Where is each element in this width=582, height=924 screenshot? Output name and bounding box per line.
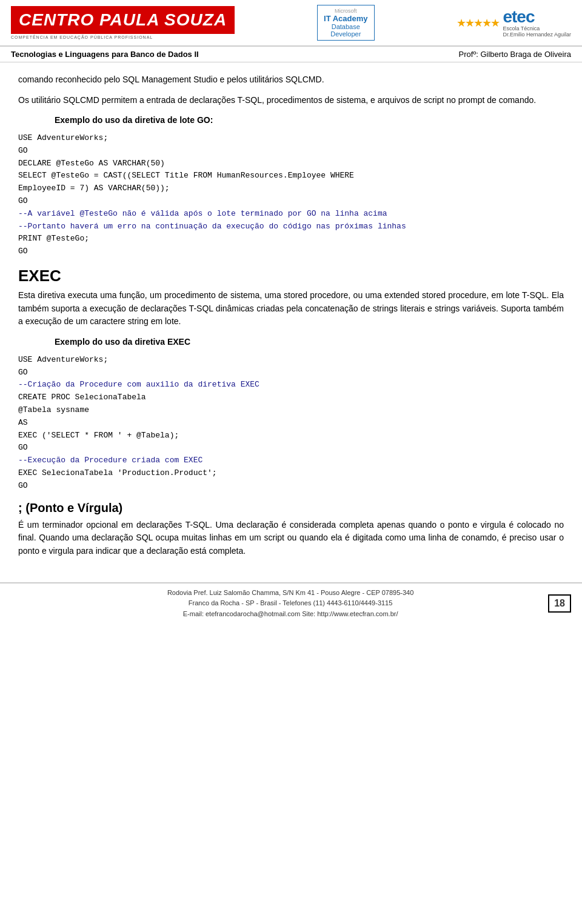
subheader-course: Tecnologias e Linguagens para Banco de D… bbox=[11, 50, 199, 59]
exec-para: Esta diretiva executa uma função, um pro… bbox=[18, 289, 564, 328]
footer-line1: Rodovia Pref. Luiz Salomão Chamma, S/N K… bbox=[33, 588, 548, 599]
cps-logo-text: CENTRO PAULA SOUZA bbox=[19, 10, 227, 29]
it-academy-label: IT Academy bbox=[324, 14, 368, 23]
code-block-go: USE AdventureWorks; GO DECLARE @TesteGo … bbox=[18, 132, 564, 258]
dev-label: Developer bbox=[324, 30, 368, 38]
subheader: Tecnologias e Linguagens para Banco de D… bbox=[0, 47, 582, 62]
cps-logo: CENTRO PAULA SOUZA bbox=[11, 6, 235, 34]
header-right: ★★★★★ etec Escola Técnica Dr.Emilio Hern… bbox=[457, 8, 571, 38]
cps-logo-subtitle: COMPETÊNCIA EM EDUCAÇÃO PÚBLICA PROFISSI… bbox=[11, 35, 153, 39]
etec-name: Dr.Emilio Hernandez Aguilar bbox=[503, 32, 571, 38]
semicolon-para: É um terminador opcional em declarações … bbox=[18, 519, 564, 558]
header-center: Microsoft IT Academy Database Developer bbox=[317, 5, 375, 41]
footer-line2: Franco da Rocha - SP - Brasil - Telefone… bbox=[33, 598, 548, 609]
example-go-label: Exemplo do uso da diretiva de lote GO: bbox=[55, 114, 564, 127]
etec-logo-area: ★★★★★ etec Escola Técnica Dr.Emilio Hern… bbox=[457, 8, 571, 38]
header: CENTRO PAULA SOUZA COMPETÊNCIA EM EDUCAÇ… bbox=[0, 0, 582, 47]
semicolon-heading: ; (Ponto e Vírgula) bbox=[18, 501, 564, 515]
footer-line3: E-mail: etefrancodarocha@hotmail.com Sit… bbox=[33, 609, 548, 620]
paragraph-1: comando reconhecido pelo SQL Management … bbox=[18, 73, 564, 87]
etec-text-block: etec Escola Técnica Dr.Emilio Hernandez … bbox=[503, 8, 571, 38]
etec-stars: ★★★★★ bbox=[457, 16, 499, 30]
paragraph-2: Os utilitário SQLCMD permitem a entrada … bbox=[18, 94, 564, 107]
etec-subtitle: Escola Técnica bbox=[503, 25, 540, 32]
exec-heading: EXEC bbox=[18, 267, 564, 285]
ms-line: Microsoft bbox=[324, 8, 368, 14]
ms-badge: Microsoft IT Academy Database Developer bbox=[317, 5, 375, 41]
db-label: Database bbox=[324, 23, 368, 30]
footer-text: Rodovia Pref. Luiz Salomão Chamma, S/N K… bbox=[33, 588, 548, 620]
code-block-exec: USE AdventureWorks; GO --Criação da Proc… bbox=[18, 354, 564, 493]
example-exec-label: Exemplo do uso da diretiva EXEC bbox=[55, 336, 564, 349]
subheader-professor: Profº: Gilberto Braga de Oliveira bbox=[459, 50, 571, 59]
header-left: CENTRO PAULA SOUZA COMPETÊNCIA EM EDUCAÇ… bbox=[11, 6, 235, 39]
main-content: comando reconhecido pelo SQL Management … bbox=[0, 62, 582, 571]
footer-page-number: 18 bbox=[548, 594, 571, 613]
footer: Rodovia Pref. Luiz Salomão Chamma, S/N K… bbox=[0, 582, 582, 624]
etec-title: etec bbox=[503, 8, 534, 25]
